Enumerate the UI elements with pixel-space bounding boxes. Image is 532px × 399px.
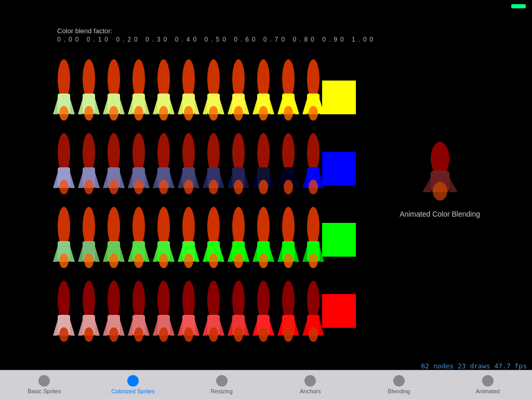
svg-point-20	[157, 59, 170, 99]
tab-basic-sprites[interactable]: Basic Sprites	[0, 375, 89, 394]
svg-marker-192	[178, 320, 182, 336]
svg-marker-83	[195, 172, 200, 188]
tab-label-basic-sprites: Basic Sprites	[28, 388, 61, 394]
svg-marker-58	[70, 172, 75, 188]
rocket	[102, 278, 126, 346]
stats-text: 62 nodes 23 draws 47.7 fps	[421, 362, 527, 370]
svg-point-175	[108, 281, 120, 320]
svg-marker-182	[128, 320, 132, 336]
svg-marker-62	[78, 172, 83, 188]
svg-point-60	[83, 133, 95, 172]
svg-marker-38	[245, 99, 249, 114]
svg-point-30	[207, 59, 220, 99]
svg-marker-87	[203, 172, 207, 188]
rocket	[227, 205, 250, 272]
svg-point-54	[309, 106, 318, 121]
svg-point-169	[59, 327, 69, 342]
svg-point-219	[309, 327, 318, 342]
tab-label-resizing: Resizing	[211, 388, 233, 394]
svg-point-140	[207, 207, 220, 246]
rocket	[202, 57, 225, 125]
svg-marker-123	[120, 246, 125, 262]
svg-point-39	[234, 106, 243, 121]
rocket	[77, 57, 101, 125]
swatch-yellow	[322, 81, 356, 114]
svg-point-50	[307, 59, 320, 99]
svg-marker-78	[170, 172, 175, 188]
svg-point-115	[83, 207, 95, 246]
svg-point-180	[132, 281, 145, 320]
svg-marker-217	[302, 320, 307, 336]
blend-title: Color blend factor:	[57, 27, 376, 35]
svg-marker-118	[95, 246, 100, 262]
svg-point-130	[157, 207, 170, 246]
svg-point-44	[259, 106, 268, 121]
svg-marker-57	[53, 172, 58, 188]
swatch-green	[322, 223, 356, 257]
svg-marker-92	[228, 172, 232, 188]
rocket	[152, 278, 176, 346]
svg-marker-127	[128, 246, 132, 262]
svg-marker-132	[153, 246, 157, 262]
svg-point-204	[234, 327, 243, 342]
svg-marker-133	[170, 246, 175, 262]
rocket	[227, 131, 250, 198]
rocket	[177, 131, 201, 198]
tab-resizing[interactable]: Resizing	[177, 375, 266, 394]
svg-marker-13	[120, 99, 125, 114]
rocket-row-red	[52, 273, 322, 346]
svg-point-99	[259, 180, 268, 194]
svg-marker-173	[95, 320, 100, 336]
tab-blending[interactable]: Blending	[355, 375, 444, 394]
svg-marker-28	[195, 99, 200, 114]
svg-point-24	[159, 106, 168, 121]
svg-point-0	[58, 59, 70, 99]
rocket	[102, 205, 126, 272]
svg-point-210	[282, 281, 295, 320]
tab-label-blending: Blending	[388, 388, 410, 394]
svg-point-19	[134, 106, 143, 121]
svg-marker-112	[53, 246, 58, 262]
rocket	[127, 131, 151, 198]
svg-marker-187	[153, 320, 157, 336]
tab-animated[interactable]: Animated	[443, 375, 532, 394]
svg-point-139	[184, 254, 193, 268]
svg-marker-77	[153, 172, 157, 188]
svg-marker-223	[449, 178, 458, 192]
svg-marker-23	[170, 99, 175, 114]
svg-point-144	[209, 254, 218, 268]
svg-marker-48	[295, 99, 299, 114]
svg-marker-17	[128, 99, 132, 114]
rocket	[202, 205, 225, 272]
svg-point-45	[282, 59, 295, 99]
svg-marker-88	[220, 172, 224, 188]
tab-colorized-sprites[interactable]: Colorized Sprites	[89, 375, 178, 394]
svg-marker-202	[228, 320, 232, 336]
svg-marker-82	[178, 172, 182, 188]
svg-point-159	[284, 254, 293, 268]
svg-point-89	[209, 180, 218, 194]
svg-marker-33	[220, 99, 224, 114]
svg-marker-212	[277, 320, 282, 336]
rocket	[227, 57, 250, 125]
svg-point-5	[83, 59, 95, 99]
svg-point-120	[108, 207, 120, 246]
svg-point-34	[209, 106, 218, 121]
tab-dot-basic-sprites	[38, 375, 50, 387]
svg-point-79	[159, 180, 168, 194]
svg-point-40	[257, 59, 270, 99]
svg-point-195	[207, 281, 220, 320]
status-indicator	[511, 4, 526, 8]
rocket	[177, 205, 201, 272]
svg-point-189	[159, 327, 168, 342]
rocket	[102, 57, 126, 125]
tab-anchors[interactable]: Anchors	[266, 375, 355, 394]
rocket	[77, 278, 101, 346]
svg-marker-102	[277, 172, 282, 188]
tab-label-colorized-sprites: Colorized Sprites	[111, 388, 155, 394]
svg-point-174	[84, 327, 94, 342]
svg-point-124	[109, 254, 118, 268]
svg-marker-73	[145, 172, 150, 188]
svg-point-145	[232, 207, 245, 246]
svg-marker-128	[145, 246, 150, 262]
